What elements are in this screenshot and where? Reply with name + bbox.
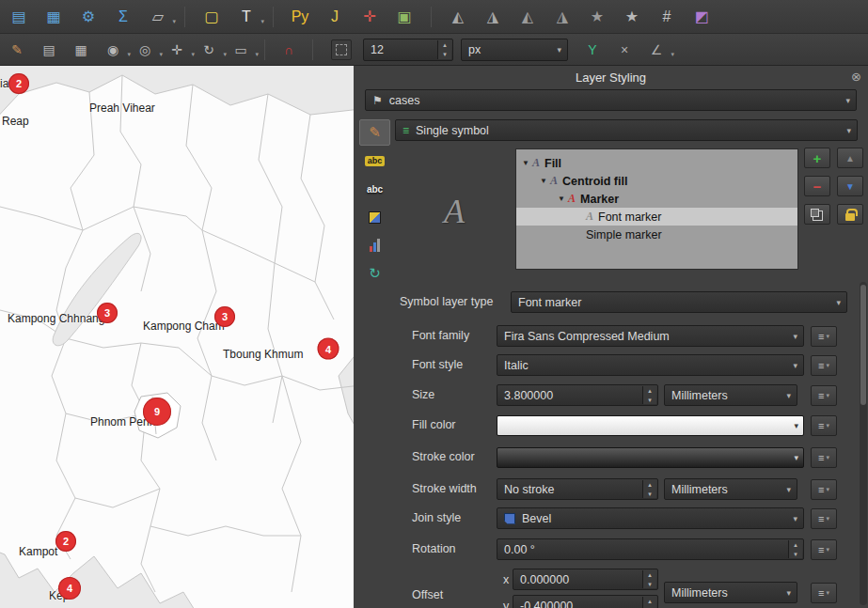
expander-icon[interactable]: ▼ [522, 159, 532, 167]
attribute-table-icon[interactable]: ▦ [42, 6, 65, 28]
layer-selector-combobox[interactable]: ⚑ cases ▾ [365, 89, 857, 111]
rotate-label-icon[interactable]: ↻▾ [197, 39, 220, 61]
stroke-color-button[interactable]: ▾ [497, 447, 804, 468]
statistics-sigma-icon[interactable]: Σ [112, 6, 134, 28]
symbol-layer-row[interactable]: ▼AFill [516, 154, 797, 172]
fill-color-button[interactable]: ▾ [497, 415, 804, 436]
spin-down-icon[interactable]: ▾ [643, 580, 656, 589]
spin-down-icon[interactable]: ▾ [643, 396, 656, 405]
move-label-icon[interactable]: ✛▾ [166, 39, 188, 61]
spin-up-icon[interactable]: ▴ [643, 480, 656, 490]
spin-up-icon[interactable]: ▴ [643, 597, 656, 606]
spin-up-icon[interactable]: ▴ [643, 570, 656, 580]
tab-3d-view[interactable] [359, 204, 390, 230]
font-size-spinbox[interactable]: 12 ▴▾ [363, 39, 453, 61]
symbol-layer-row[interactable]: ▼AMarker [516, 190, 797, 208]
spin-down-icon[interactable]: ▾ [438, 50, 451, 59]
font-family-override-button[interactable]: ≡▾ [811, 326, 837, 347]
tab-masks[interactable]: abc [359, 176, 390, 202]
symbol-layer-row[interactable]: Simple marker [516, 226, 797, 243]
favorites-star-icon[interactable]: ★ [586, 6, 608, 28]
unpin-label-icon[interactable]: ◮ [481, 6, 504, 28]
spin-buttons[interactable]: ▴▾ [788, 540, 802, 558]
spin-buttons[interactable]: ▴▾ [642, 480, 656, 498]
show-hidden-labels-icon[interactable]: ◭ [516, 6, 539, 28]
add-favorite-star-icon[interactable]: ★ [621, 6, 643, 28]
fill-color-override-button[interactable]: ≡▾ [811, 415, 837, 436]
font-unit-combobox[interactable]: px ▾ [461, 39, 568, 61]
move-layer-down-button[interactable]: ▼ [837, 176, 863, 196]
close-panel-icon[interactable]: ⊗ [851, 70, 861, 84]
expander-icon[interactable]: ▼ [558, 195, 568, 203]
georeferencer-icon[interactable]: ✛ [358, 6, 381, 28]
tab-history[interactable]: ↻ [359, 260, 390, 287]
font-family-combobox[interactable]: Fira Sans Compressed Medium ▾ [497, 325, 804, 347]
panel-scrollbar[interactable] [860, 282, 867, 605]
layer-diagram-icon[interactable]: ▦ [70, 39, 92, 61]
offset-override-button[interactable]: ≡▾ [811, 583, 837, 603]
size-unit-combobox[interactable]: Millimeters ▾ [664, 384, 797, 406]
topological-editing-icon[interactable]: Y [581, 39, 604, 61]
text-annotation-icon[interactable]: T▾ [235, 6, 258, 28]
renderer-selector-combobox[interactable]: ≡ Single symbol ▾ [395, 119, 858, 141]
spin-up-icon[interactable]: ▴ [643, 386, 656, 396]
map-canvas[interactable]: iaReapPreah VihearKampong ChhnangKampong… [0, 66, 354, 608]
quickmap-services-icon[interactable]: ▣ [393, 6, 416, 28]
pin-label-icon[interactable]: ◭ [447, 6, 469, 28]
remove-vertex-icon[interactable]: × [613, 39, 636, 61]
grid-icon[interactable]: # [655, 6, 678, 28]
symbol-layer-type-combobox[interactable]: Font marker ▾ [511, 291, 847, 313]
measure-angle-icon[interactable]: ∠▾ [645, 39, 668, 61]
spin-up-icon[interactable]: ▴ [789, 540, 802, 550]
spin-up-icon[interactable]: ▴ [438, 40, 451, 50]
size-override-button[interactable]: ≡▾ [811, 385, 837, 406]
font-style-override-button[interactable]: ≡▾ [811, 355, 837, 376]
duplicate-symbol-layer-button[interactable] [804, 204, 830, 225]
stroke-width-spinbox[interactable]: No stroke ▴▾ [497, 478, 658, 500]
stroke-width-override-button[interactable]: ≡▾ [811, 479, 837, 500]
toggle-unplaced-labels-button[interactable] [331, 39, 352, 60]
symbol-layer-row[interactable]: AFont marker [516, 208, 797, 226]
move-layer-up-button[interactable]: ▲ [837, 148, 863, 168]
spin-buttons[interactable]: ▴▾ [642, 597, 656, 608]
highlight-labels-icon[interactable]: ◎▾ [134, 39, 156, 61]
processing-model-icon[interactable]: ◩ [690, 6, 713, 28]
font-style-combobox[interactable]: Italic ▾ [497, 354, 804, 376]
tab-diagrams[interactable] [359, 232, 390, 258]
add-symbol-layer-button[interactable]: + [804, 148, 830, 168]
offset-unit-combobox[interactable]: Millimeters ▾ [664, 582, 797, 603]
remove-symbol-layer-button[interactable]: − [804, 176, 830, 196]
expander-icon[interactable]: ▼ [540, 177, 550, 185]
pin-labels-icon[interactable]: ◉▾ [102, 39, 124, 61]
layout-manager-icon[interactable]: ▤ [8, 6, 30, 28]
tab-symbology[interactable]: ✎ [359, 119, 390, 146]
symbol-layer-row[interactable]: ▼ACentroid fill [516, 172, 797, 190]
python-console-icon[interactable]: Py [289, 6, 311, 28]
spin-down-icon[interactable]: ▾ [789, 550, 802, 559]
snapping-magnet-icon[interactable]: ∩ [277, 39, 300, 61]
spin-buttons[interactable]: ▴▾ [642, 386, 656, 404]
spin-down-icon[interactable]: ▾ [643, 490, 656, 499]
measure-ruler-icon[interactable]: ▱▾ [147, 6, 169, 28]
size-spinbox[interactable]: 3.800000 ▴▾ [497, 384, 658, 406]
rotation-override-button[interactable]: ≡▾ [811, 539, 837, 560]
join-style-combobox[interactable]: Bevel ▾ [497, 507, 804, 529]
tab-labels[interactable]: abc [359, 148, 390, 174]
rotation-spinbox[interactable]: 0.00 ° ▴▾ [497, 538, 804, 560]
style-dock-icon[interactable]: ✎ [6, 39, 28, 61]
map-tips-icon[interactable]: ▢ [200, 6, 223, 28]
scrollbar-handle[interactable] [860, 285, 866, 405]
plugin-icon[interactable]: J [324, 6, 346, 28]
spin-buttons[interactable]: ▴▾ [437, 40, 451, 59]
join-style-override-button[interactable]: ≡▾ [811, 508, 837, 529]
offset-y-spinbox[interactable]: -0.400000 ▴▾ [513, 595, 658, 608]
offset-x-spinbox[interactable]: 0.000000 ▴▾ [513, 569, 658, 590]
lock-color-button[interactable] [837, 204, 863, 225]
stroke-width-unit-combobox[interactable]: Millimeters ▾ [664, 478, 797, 500]
spin-buttons[interactable]: ▴▾ [642, 570, 656, 588]
hide-labels-icon[interactable]: ◮ [551, 6, 574, 28]
settings-gear-icon[interactable]: ⚙ [77, 6, 100, 28]
change-label-icon[interactable]: ▭▾ [229, 39, 252, 61]
layer-labeling-icon[interactable]: ▤ [38, 39, 60, 61]
stroke-color-override-button[interactable]: ≡▾ [811, 447, 837, 468]
